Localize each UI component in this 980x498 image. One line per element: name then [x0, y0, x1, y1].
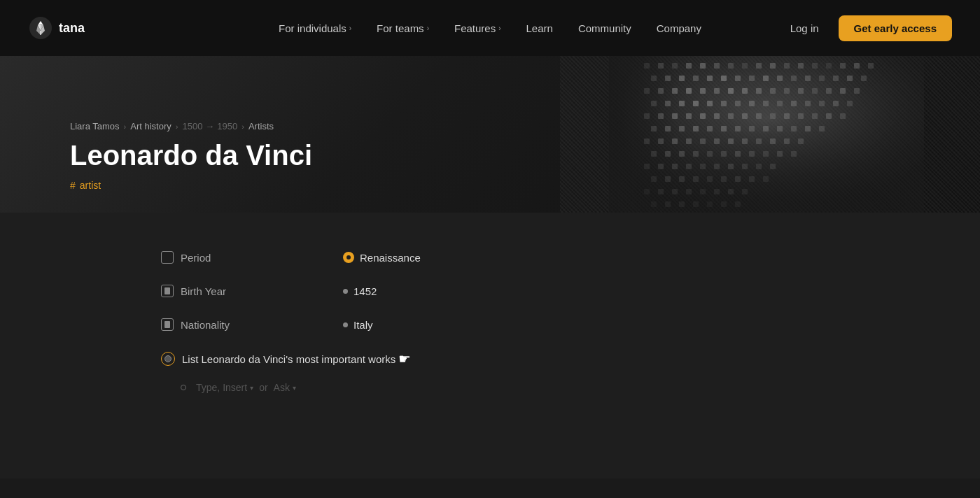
field-row-period: Period Renaissance [161, 241, 819, 274]
ask-label: Ask [274, 382, 290, 393]
nav-for-individuals[interactable]: For individuals › [267, 17, 363, 40]
field-value-nationality: Italy [343, 319, 373, 331]
breadcrumb-separator-3: › [241, 122, 244, 131]
navbar: tana For individuals › For teams › Featu… [0, 0, 980, 56]
breadcrumb: Liara Tamos › Art history › 1500 → 1950 … [70, 121, 910, 131]
ask-dropdown-chevron: ▾ [293, 384, 296, 392]
field-value-birth-year: 1452 [343, 285, 377, 297]
field-row-birth-year: Birth Year 1452 [161, 274, 819, 308]
ai-sparkle-icon [161, 352, 175, 366]
range-start: 1500 [182, 121, 202, 131]
range-arrow: → [205, 121, 214, 131]
nav-company[interactable]: Company [645, 17, 713, 40]
hash-symbol: # [70, 180, 76, 191]
nationality-dot-icon [343, 322, 348, 327]
input-bullet-icon [181, 385, 186, 390]
logo-area: tana [28, 15, 85, 41]
chevron-icon: › [498, 24, 500, 32]
nav-learn[interactable]: Learn [515, 17, 564, 40]
cursor-icon: ☛ [398, 350, 411, 367]
chevron-icon: › [427, 24, 429, 32]
navbar-actions: Log in Get early access [782, 15, 952, 41]
or-separator: or [259, 382, 267, 393]
breadcrumb-liara[interactable]: Liara Tamos [70, 121, 120, 131]
breadcrumb-separator-2: › [176, 122, 178, 131]
nav-for-teams[interactable]: For teams › [365, 17, 440, 40]
brand-name: tana [59, 21, 85, 36]
ask-dropdown[interactable]: Ask ▾ [274, 382, 296, 393]
field-value-period: Renaissance [343, 252, 421, 264]
field-label-nationality: Nationality [161, 318, 343, 331]
ai-field-label[interactable]: List Leonardo da Vinci's most important … [182, 353, 396, 365]
field-label-birth-year: Birth Year [161, 285, 343, 297]
ai-field-row: List Leonardo da Vinci's most important … [161, 341, 819, 376]
birth-year-value-text[interactable]: 1452 [354, 285, 377, 297]
type-dropdown-chevron: ▾ [250, 384, 253, 392]
birth-year-dot-icon [343, 289, 348, 294]
nationality-value-text[interactable]: Italy [354, 319, 373, 331]
login-button[interactable]: Log in [782, 17, 827, 40]
content-section: Period Renaissance Birth Year 1 [0, 213, 980, 478]
main-content: Liara Tamos › Art history › 1500 → 1950 … [0, 56, 980, 498]
type-label: Type, Insert [196, 382, 247, 393]
field-label-period: Period [161, 251, 343, 264]
nationality-field-icon [161, 318, 174, 331]
nav-community[interactable]: Community [567, 17, 643, 40]
range-end: 1950 [217, 121, 237, 131]
tana-logo-icon [28, 15, 53, 41]
input-placeholder-row: Type, Insert ▾ or Ask ▾ [161, 376, 819, 399]
field-row-nationality: Nationality Italy [161, 308, 819, 341]
page-title: Leonardo da Vinci [70, 140, 910, 171]
birth-year-field-icon [161, 285, 174, 297]
hero-content: Liara Tamos › Art history › 1500 → 1950 … [0, 121, 980, 213]
nav-features[interactable]: Features › [443, 17, 512, 40]
breadcrumb-artists[interactable]: Artists [248, 121, 274, 131]
period-dot-icon [343, 252, 354, 263]
type-insert-dropdown[interactable]: Type, Insert ▾ [196, 382, 253, 393]
content-inner: Period Renaissance Birth Year 1 [161, 241, 819, 399]
chevron-icon: › [349, 24, 351, 32]
birth-year-label-text: Birth Year [181, 285, 226, 297]
breadcrumb-separator-1: › [124, 122, 127, 131]
period-field-icon [161, 251, 174, 264]
breadcrumb-art-history[interactable]: Art history [130, 121, 172, 131]
main-nav: For individuals › For teams › Features ›… [267, 17, 713, 40]
tag-text[interactable]: artist [80, 180, 101, 191]
hero-section: Liara Tamos › Art history › 1500 → 1950 … [0, 56, 980, 213]
breadcrumb-date-range: 1500 → 1950 [182, 121, 237, 131]
period-value-text[interactable]: Renaissance [360, 252, 421, 264]
tag-label: # artist [70, 180, 101, 191]
get-early-access-button[interactable]: Get early access [839, 15, 952, 41]
nationality-label-text: Nationality [181, 319, 230, 331]
period-label-text: Period [181, 252, 211, 264]
